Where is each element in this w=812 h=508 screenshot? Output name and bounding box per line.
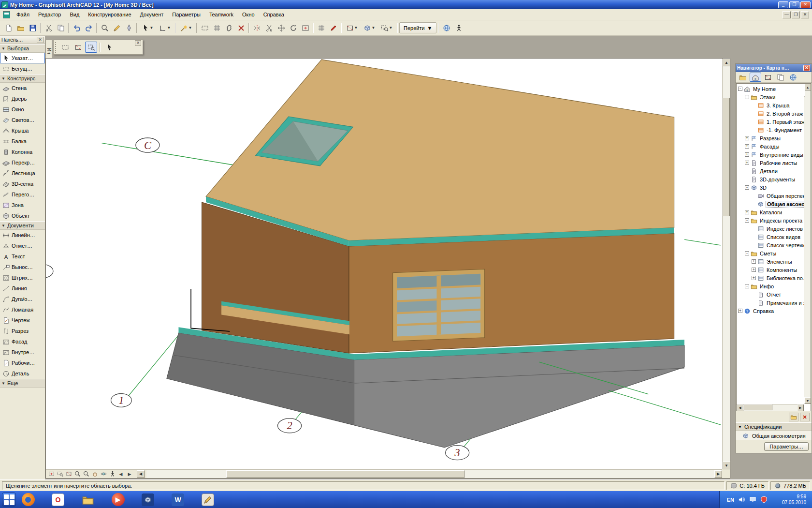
tree-item-notes[interactable]: Примечания и з…: [737, 299, 804, 307]
tree-item-interior-views[interactable]: Внутренние виды: [737, 150, 804, 159]
tree-item-elevations[interactable]: Фасады: [737, 142, 804, 150]
tree-item-axonometry[interactable]: Общая аксонометрия: [737, 200, 804, 208]
taskbar-media-player[interactable]: ▶: [111, 493, 125, 507]
document-icon[interactable]: [3, 11, 10, 18]
collapse-icon[interactable]: [745, 95, 749, 99]
new-folder-button[interactable]: [789, 413, 798, 421]
model-canvas[interactable]: C 1 2 3: [46, 59, 722, 469]
view-3d-dropdown[interactable]: ▼: [361, 22, 378, 33]
collapse-icon[interactable]: [745, 185, 749, 190]
marquee-single-button[interactable]: [59, 42, 71, 53]
snap-grid-button[interactable]: [211, 22, 223, 33]
nav-project-map-button[interactable]: [750, 73, 761, 82]
split-button[interactable]: [251, 22, 263, 33]
undo-button[interactable]: [71, 22, 83, 33]
group-link-button[interactable]: [223, 22, 235, 33]
explore-walk-button[interactable]: [452, 22, 464, 33]
expand-icon[interactable]: [752, 259, 756, 264]
toolbox-section-document[interactable]: ▼Документи: [0, 221, 45, 230]
scroll-left-icon[interactable]: ◀: [737, 404, 743, 411]
expand-icon[interactable]: [738, 309, 742, 313]
save-button[interactable]: [27, 22, 39, 33]
cut-button[interactable]: [43, 22, 55, 33]
toolbox-item-window[interactable]: Окно: [0, 104, 45, 115]
open-button[interactable]: [14, 22, 27, 33]
start-button[interactable]: [2, 493, 16, 507]
drag-handle[interactable]: [55, 42, 57, 53]
tree-item-project-indexes[interactable]: Индексы проекта: [737, 216, 804, 224]
menu-help[interactable]: Справка: [259, 10, 289, 19]
toolbox-item-slab[interactable]: Перекр…: [0, 157, 45, 168]
markup-button[interactable]: [327, 22, 339, 33]
fit-button[interactable]: [299, 22, 311, 33]
tree-item-help[interactable]: Справка: [737, 307, 804, 315]
vertical-scrollbar[interactable]: ▲ ▼: [722, 59, 730, 469]
taskbar-archicad[interactable]: [201, 493, 215, 507]
tree-item-my-home[interactable]: My Home: [737, 85, 804, 93]
toolbox-item-dimension[interactable]: Линейн…: [0, 230, 45, 240]
maximize-button[interactable]: ❐: [789, 1, 799, 8]
toolbox-item-text[interactable]: Текст: [0, 251, 45, 262]
menu-teamwork[interactable]: Teamwork: [205, 10, 238, 19]
tree-item-catalogs[interactable]: Каталоги: [737, 208, 804, 216]
navigator-header[interactable]: Навигатор - Карта п… ✕: [736, 64, 812, 72]
expand-icon[interactable]: [752, 276, 756, 280]
toolbox-item-wall[interactable]: Стена: [0, 83, 45, 93]
toolbox-item-drawing[interactable]: Чертеж: [0, 315, 45, 326]
taskbar-archicad-3d[interactable]: [141, 493, 155, 507]
tree-item-details[interactable]: Детали: [737, 167, 804, 175]
toolbox-header[interactable]: Панель… ✕: [0, 36, 45, 44]
menu-window[interactable]: Окно: [238, 10, 259, 19]
tree-item-3d-documents[interactable]: 3D-документы: [737, 175, 804, 183]
previous-view-button[interactable]: ◀: [116, 470, 125, 478]
vertical-scroll-thumb[interactable]: [723, 98, 730, 216]
copy-button[interactable]: [55, 22, 67, 33]
pan-button[interactable]: [90, 470, 99, 478]
toolbox-item-object[interactable]: Объект: [0, 210, 45, 221]
expand-icon[interactable]: [745, 144, 749, 149]
menu-options[interactable]: Параметры: [168, 10, 205, 19]
expand-icon[interactable]: [752, 268, 756, 272]
horizontal-scrollbar[interactable]: [146, 470, 714, 478]
zoom-in-button[interactable]: [73, 470, 82, 478]
scroll-up-icon[interactable]: ▲: [723, 59, 730, 66]
parameters-button[interactable]: Параметры…: [764, 442, 809, 451]
toolbox-item-line[interactable]: Линия: [0, 283, 45, 294]
rotate-button[interactable]: [287, 22, 299, 33]
toolbox-item-column[interactable]: Колонна: [0, 147, 45, 157]
zoom-frame-dropdown[interactable]: ▼: [343, 22, 361, 33]
tree-item-drawing-list[interactable]: Список чертежей: [737, 241, 804, 249]
marquee-thin-button[interactable]: [72, 42, 84, 53]
tree-item-story-2[interactable]: 2. Второй этаж: [737, 109, 804, 118]
tree-item-view-list[interactable]: Список видов: [737, 233, 804, 241]
tree-item-library[interactable]: Библиотека по…: [737, 274, 804, 282]
pencil-button[interactable]: [111, 22, 123, 33]
toolbox-close-icon[interactable]: ✕: [37, 37, 44, 43]
toolbox-item-arrow[interactable]: Указат…: [0, 53, 45, 63]
collapse-icon[interactable]: [738, 87, 742, 91]
taskbar-opera[interactable]: O: [51, 493, 65, 507]
language-indicator[interactable]: EN: [727, 497, 734, 503]
tree-item-story-1[interactable]: 1. Первый этаж: [737, 118, 804, 126]
tree-item-elements[interactable]: Элементы: [737, 257, 804, 266]
tree-item-story-roof[interactable]: 3. Крыша: [737, 101, 804, 109]
toolbox-item-worksheet[interactable]: Рабочи…: [0, 358, 45, 368]
redo-button[interactable]: [83, 22, 95, 33]
toolbox-item-marquee[interactable]: Бегущ…: [0, 63, 45, 74]
display-icon[interactable]: [749, 496, 756, 503]
zoom-button[interactable]: [99, 22, 111, 33]
toolbox-item-fill[interactable]: Штрих…: [0, 272, 45, 283]
toolbox-item-detail[interactable]: Деталь: [0, 368, 45, 379]
collapse-icon[interactable]: [745, 251, 749, 255]
tree-item-perspective[interactable]: Общая перспектива: [737, 192, 804, 200]
navigator-close-icon[interactable]: ✕: [803, 65, 810, 71]
walk-button[interactable]: [108, 470, 116, 478]
scroll-up-icon[interactable]: ▲: [804, 84, 811, 90]
marquee-button[interactable]: [199, 22, 211, 33]
tree-item-schedules[interactable]: Сметы: [737, 249, 804, 257]
mdi-minimize-button[interactable]: —: [783, 11, 791, 18]
toolbox-item-zone[interactable]: Зона: [0, 200, 45, 210]
nav-publisher-button[interactable]: [787, 73, 799, 82]
toolbox-item-arc[interactable]: Дуга/о…: [0, 294, 45, 304]
expand-icon[interactable]: [745, 152, 749, 157]
